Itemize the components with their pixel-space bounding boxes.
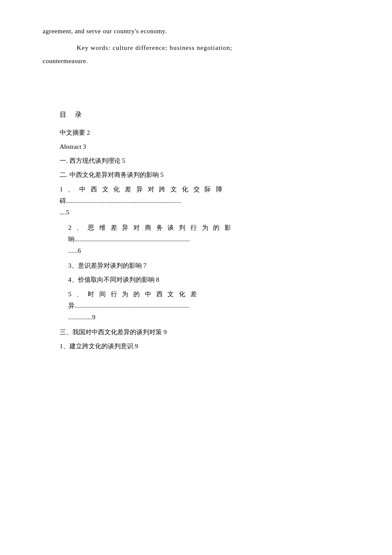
toc-2-1-dots: 碍.......................................… (43, 196, 349, 206)
toc-2-1-page: ....5 (43, 207, 349, 218)
spacer1 (43, 81, 349, 92)
toc-2-4: 4、价值取向不同对谈判的影响 8 (43, 274, 349, 286)
countermeasure-line: countermeasure. (43, 55, 349, 67)
spacer2 (43, 92, 349, 104)
toc-title: 目 录 (43, 109, 349, 121)
toc-2-3: 3、意识差异对谈判的影响 7 (43, 260, 349, 272)
toc-2-1-spaced: 1 、 中 西 文 化 差 异 对 跨 文 化 交 际 障 (43, 183, 349, 196)
toc-2-5-page: ...............9 (43, 312, 349, 323)
toc-3-1: 1、建立跨文化的谈判意识 9 (43, 341, 349, 352)
toc-2-2-spaced: 2 、 思 维 差 异 对 商 务 谈 判 行 为 的 影 (43, 222, 349, 234)
toc-item-zhaiYao: 中文摘要 2 (43, 127, 349, 139)
document-content: agreement, and serve our country's econo… (43, 26, 349, 352)
toc-section: 目 录 中文摘要 2 Abstract 3 一. 西方现代谈判理论 5 二. 中… (43, 109, 349, 352)
toc-item-1: 一. 西方现代谈判理论 5 (43, 155, 349, 167)
toc-2-2-page: ......6 (43, 245, 349, 257)
toc-2-5-spaced: 5 、 时 间 行 为 的 中 西 文 化 差 (43, 288, 349, 301)
toc-item-2: 二. 中西文化差异对商务谈判的影响 5 (43, 169, 349, 181)
toc-2-5-dots: 异.......................................… (43, 301, 349, 311)
toc-3: 三、我国对中西文化差异的谈判对策 9 (43, 327, 349, 338)
keywords-line: Key words: culture difference; business … (43, 42, 349, 54)
agreement-line: agreement, and serve our country's econo… (43, 26, 349, 37)
toc-item-abstract: Abstract 3 (43, 141, 349, 153)
toc-2-2-dots: 响.......................................… (43, 234, 349, 244)
